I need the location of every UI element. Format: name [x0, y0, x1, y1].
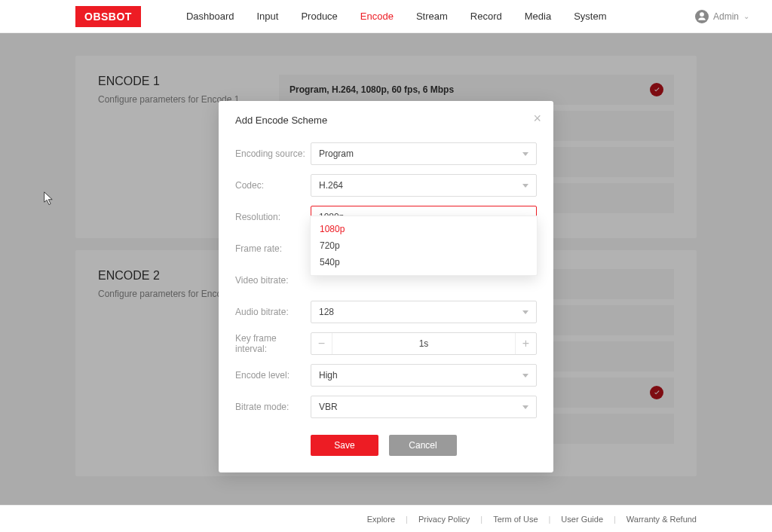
chevron-down-icon [522, 310, 528, 314]
nav-system[interactable]: System [574, 11, 606, 22]
resolution-option-720p[interactable]: 720p [311, 237, 537, 254]
bitrate-mode-value: VBR [319, 402, 338, 412]
brand-logo: OBSBOT [75, 6, 141, 27]
footer-link-warranty[interactable]: Warranty & Refund [626, 515, 697, 524]
chevron-down-icon [522, 405, 528, 409]
stepper-plus-button[interactable]: + [515, 333, 536, 354]
label-keyframe: Key frame interval: [235, 333, 311, 354]
main-nav: Dashboard Input Produce Encode Stream Re… [186, 11, 607, 22]
label-encoding-source: Encoding source: [235, 148, 311, 159]
nav-dashboard[interactable]: Dashboard [186, 11, 234, 22]
bitrate-mode-select[interactable]: VBR [311, 396, 537, 418]
label-codec: Codec: [235, 180, 311, 191]
resolution-dropdown: 1080p 720p 540p [310, 216, 538, 276]
label-framerate: Frame rate: [235, 243, 311, 254]
nav-stream[interactable]: Stream [416, 11, 448, 22]
resolution-option-1080p[interactable]: 1080p [311, 221, 537, 237]
label-bitrate-mode: Bitrate mode: [235, 402, 311, 412]
audio-bitrate-value: 128 [319, 307, 334, 317]
codec-select[interactable]: H.264 [311, 174, 537, 197]
encode-level-value: High [319, 370, 338, 381]
user-menu[interactable]: Admin ⌄ [695, 10, 749, 23]
footer-link-guide[interactable]: User Guide [561, 515, 603, 524]
nav-media[interactable]: Media [525, 11, 551, 22]
chevron-down-icon [522, 184, 528, 188]
header: OBSBOT Dashboard Input Produce Encode St… [0, 0, 772, 33]
save-button[interactable]: Save [311, 435, 378, 456]
footer: Explore| Privacy Policy| Term of Use| Us… [0, 505, 772, 532]
label-resolution: Resolution: [235, 212, 311, 222]
user-name: Admin [713, 11, 739, 22]
encoding-source-select[interactable]: Program [311, 142, 537, 165]
encode-level-select[interactable]: High [311, 364, 537, 387]
footer-link-explore[interactable]: Explore [367, 515, 395, 524]
nav-encode[interactable]: Encode [360, 11, 394, 22]
nav-input[interactable]: Input [257, 11, 279, 22]
close-icon[interactable]: × [533, 112, 541, 125]
label-video-bitrate: Video bitrate: [235, 275, 311, 286]
cursor-icon [44, 191, 54, 206]
add-encode-scheme-modal: Add Encode Scheme × Encoding source: Pro… [219, 101, 553, 472]
resolution-option-540p[interactable]: 540p [311, 254, 537, 271]
chevron-down-icon [522, 152, 528, 156]
encoding-source-value: Program [319, 148, 354, 159]
label-audio-bitrate: Audio bitrate: [235, 307, 311, 317]
keyframe-value: 1s [332, 333, 515, 354]
label-encode-level: Encode level: [235, 370, 311, 381]
cancel-button[interactable]: Cancel [389, 435, 457, 456]
stepper-minus-button[interactable]: − [311, 333, 332, 354]
footer-link-privacy[interactable]: Privacy Policy [418, 515, 470, 524]
avatar-icon [695, 10, 709, 23]
nav-produce[interactable]: Produce [301, 11, 337, 22]
nav-record[interactable]: Record [470, 11, 502, 22]
keyframe-stepper[interactable]: − 1s + [311, 332, 537, 355]
chevron-down-icon [522, 374, 528, 378]
modal-title: Add Encode Scheme [235, 115, 537, 126]
codec-value: H.264 [319, 180, 343, 191]
footer-link-terms[interactable]: Term of Use [493, 515, 538, 524]
audio-bitrate-select[interactable]: 128 [311, 301, 537, 323]
chevron-down-icon: ⌄ [743, 12, 749, 20]
